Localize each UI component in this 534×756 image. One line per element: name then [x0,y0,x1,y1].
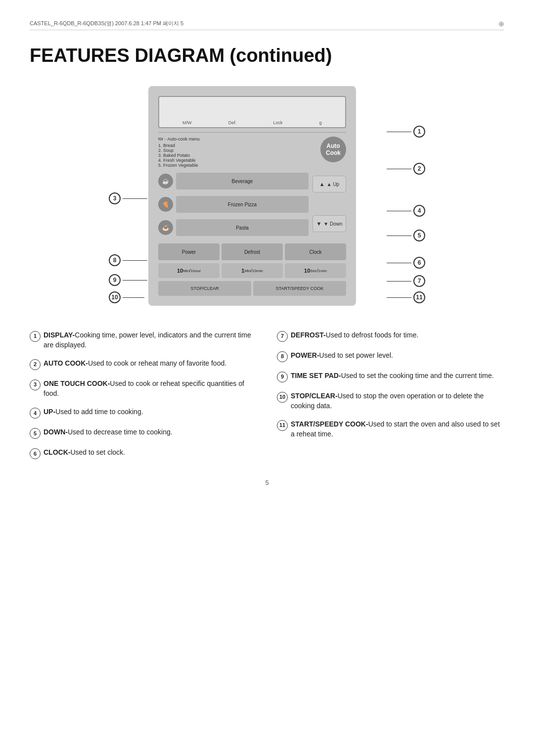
desc-item-9: 9 TIME SET PAD-Used to set the cooking t… [277,371,504,382]
callout-6: 6 [387,257,425,269]
desc-item-5: 5 DOWN-Used to decrease time to cooking. [30,427,257,439]
auto-cook-label-2: Cook [326,149,341,156]
desc-item-1: 1 DISPLAY-Cooking time, power level, ind… [30,331,257,350]
desc-7-text: Used to defrost foods for time. [326,331,419,339]
desc-6-text: Used to set clock. [70,448,125,456]
menu-item-1: 1. Bread [158,143,200,148]
desc-8-text: Used to set power level. [319,351,393,359]
callout-1: 1 [387,126,425,138]
desc-2-text: Used to cook or reheat many of favorite … [88,359,226,367]
clock-button[interactable]: Clock [285,243,346,260]
display-indicators: M/W Def. Lock g [159,120,345,125]
desc-9-bold: TIME SET PAD- [291,372,341,379]
doc-header: CASTEL_R-6QDB_R-6QDB3S(영) 2007.6.28 1:47… [30,20,504,30]
desc-item-7: 7 DEFROST-Used to defrost foods for time… [277,331,504,342]
defrost-button[interactable]: Defrost [222,243,283,260]
menu-item-2: 2. Soup [158,148,200,153]
desc-4-text: Used to add time to cooking. [55,408,143,416]
frozen-pizza-icon: 🍕 [158,197,173,212]
frozen-pizza-row: 🍕 Frozen Pizza [158,196,309,213]
desc-7-bold: DEFROST- [291,331,326,339]
desc-5-text: Used to decrease time to cooking. [68,428,173,436]
callout-4: 4 [387,205,425,217]
menu-item-5: 5. Frozen Vegetable [158,163,200,168]
callout-8: 8 [109,254,147,266]
stop-clear-button[interactable]: STOP/CLEAR [158,281,251,296]
desc-item-11: 11 START/SPEEDY COOK-Used to start the o… [277,420,504,439]
time-pad-row: 10Min/1hour 1Min/10min 10Sec/1min [158,263,346,278]
desc-3-bold: ONE TOUCH COOK- [44,379,110,387]
desc-1-bold: DISPLAY- [44,331,75,339]
auto-cook-icon: 🍽 [158,137,163,142]
beverage-icon: ☕ [158,174,173,189]
diagram-section: 3 8 9 10 1 2 4 5 [30,86,504,306]
desc-item-2: 2 AUTO COOK-Used to cook or reheat many … [30,359,257,370]
beverage-button[interactable]: Beverage [176,173,309,189]
indicator-def: Def. [228,120,237,125]
desc-5-bold: DOWN- [44,428,68,436]
auto-cook-menu-label: ·· Auto-cook menu [164,137,200,142]
pasta-icon: 🍝 [158,220,173,235]
callout-2: 2 [387,163,425,175]
doc-header-text: CASTEL_R-6QDB_R-6QDB3S(영) 2007.6.28 1:47… [30,20,183,28]
desc-8-bold: POWER- [291,351,319,359]
desc-4-bold: UP- [44,408,55,416]
crosshair-icon: ⊕ [498,20,504,28]
up-button[interactable]: ▲ ▲ Up [312,176,346,192]
indicator-mw: M/W [182,120,192,125]
desc-left-column: 1 DISPLAY-Cooking time, power level, ind… [30,331,257,459]
microwave-panel: M/W Def. Lock g 🍽 ·· Auto-cook menu 1. B… [148,86,356,306]
down-button[interactable]: ▼ ▼ Down [312,215,346,232]
callout-3: 3 [109,192,147,204]
desc-2-bold: AUTO COOK- [44,359,88,367]
display-screen: M/W Def. Lock g [158,96,346,128]
time-btn-10min-1hour[interactable]: 10Min/1hour [158,263,220,278]
auto-cook-menu: 🍽 ·· Auto-cook menu 1. Bread 2. Soup 3. … [158,137,200,168]
frozen-pizza-button[interactable]: Frozen Pizza [176,196,309,213]
menu-item-4: 4. Fresh Vegetable [158,158,200,163]
desc-9-text: Used to set the cooking time and the cur… [341,372,494,379]
time-btn-10sec-1min[interactable]: 10Sec/1min [285,263,346,278]
beverage-row: ☕ Beverage [158,173,309,189]
desc-item-3: 3 ONE TOUCH COOK-Used to cook or reheat … [30,379,257,398]
desc-1-text: Cooking time, power level, indicators an… [44,331,251,349]
page-number: 5 [30,479,504,486]
down-arrow-icon: ▼ [316,221,321,227]
desc-item-8: 8 POWER-Used to set power level. [277,351,504,362]
power-button[interactable]: Power [158,243,220,260]
menu-item-3: 3. Baked Potato [158,153,200,158]
callout-10: 10 [109,291,144,303]
desc-right-column: 7 DEFROST-Used to defrost foods for time… [277,331,504,459]
pasta-row: 🍝 Pasta [158,219,309,236]
desc-item-10: 10 STOP/CLEAR-Used to stop the oven oper… [277,391,504,411]
pasta-button[interactable]: Pasta [176,219,309,236]
control-row: Power Defrost Clock [158,243,346,260]
start-speedy-cook-button[interactable]: START/SPEEDY COOK [253,281,346,296]
auto-cook-section: 🍽 ·· Auto-cook menu 1. Bread 2. Soup 3. … [158,137,346,168]
up-arrow-icon: ▲ [319,181,325,187]
callout-5: 5 [387,230,425,241]
indicator-g: g [319,120,322,125]
callout-11: 11 [387,291,425,303]
desc-item-6: 6 CLOCK-Used to set clock. [30,448,257,459]
desc-item-4: 4 UP-Used to add time to cooking. [30,407,257,419]
descriptions-section: 1 DISPLAY-Cooking time, power level, ind… [30,331,504,459]
action-row: STOP/CLEAR START/SPEEDY COOK [158,281,346,296]
auto-cook-label-1: Auto [326,142,340,149]
desc-6-bold: CLOCK- [44,448,70,456]
indicator-lock: Lock [273,120,283,125]
page-title: FEATURES DIAGRAM (continued) [30,45,504,66]
desc-10-bold: STOP/CLEAR- [291,392,338,400]
up-down-controls: ▲ ▲ Up ▼ ▼ Down [312,176,346,232]
desc-11-bold: START/SPEEDY COOK- [291,420,368,428]
time-btn-1min-10min[interactable]: 1Min/10min [222,263,283,278]
callout-7: 7 [387,275,425,287]
auto-cook-button[interactable]: Auto Cook [320,137,346,162]
callout-9: 9 [109,274,147,286]
